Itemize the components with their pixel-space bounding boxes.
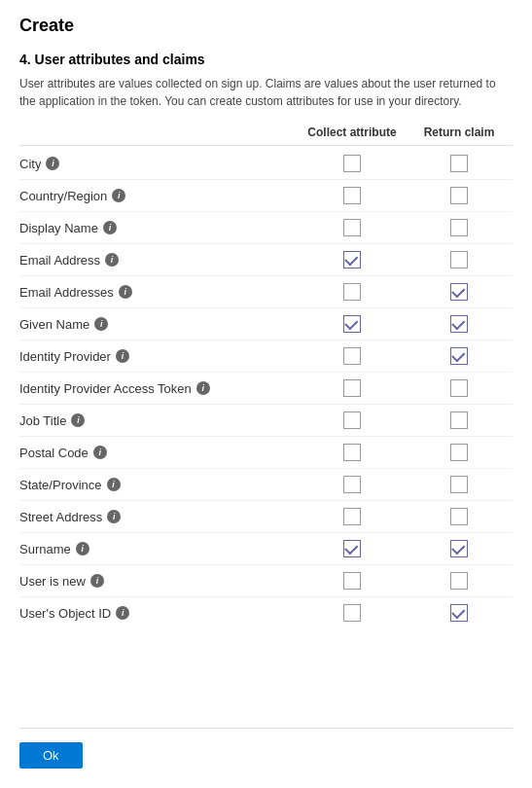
table-row: User's Object IDi (19, 597, 513, 628)
collect-checkbox-cell-state_province (299, 476, 406, 493)
attributes-table: CityiCountry/RegioniDisplay NameiEmail A… (19, 148, 513, 720)
attribute-name-city: Cityi (19, 157, 299, 171)
info-icon-given_name[interactable]: i (94, 317, 108, 331)
return-checkbox-cell-given_name (406, 315, 513, 333)
return-checkbox-cell-email_addresses (406, 283, 513, 301)
info-icon-country_region[interactable]: i (112, 189, 125, 202)
attribute-name-identity_provider_access_token: Identity Provider Access Tokeni (19, 381, 299, 396)
attribute-name-street_address: Street Addressi (19, 510, 299, 524)
collect-checkbox-cell-city (299, 155, 406, 172)
collect-checkbox-email_address[interactable] (343, 251, 361, 269)
collect-checkbox-display_name[interactable] (343, 219, 361, 236)
collect-checkbox-identity_provider[interactable] (343, 347, 361, 365)
info-icon-postal_code[interactable]: i (93, 446, 107, 459)
return-checkbox-cell-users_object_id (406, 604, 513, 622)
attribute-name-email_address: Email Addressi (19, 253, 299, 268)
info-icon-users_object_id[interactable]: i (116, 606, 129, 620)
collect-checkbox-cell-user_is_new (299, 572, 406, 590)
attribute-name-user_is_new: User is newi (19, 574, 299, 589)
collect-checkbox-street_address[interactable] (343, 508, 361, 525)
collect-checkbox-cell-job_title (299, 412, 406, 429)
collect-checkbox-users_object_id[interactable] (343, 604, 361, 622)
table-row: Email Addressesi (19, 276, 513, 308)
info-icon-identity_provider_access_token[interactable]: i (196, 381, 210, 395)
info-icon-email_addresses[interactable]: i (119, 285, 132, 299)
return-checkbox-given_name[interactable] (450, 315, 468, 333)
return-checkbox-cell-postal_code (406, 444, 513, 461)
page-container: Create 4. User attributes and claims Use… (0, 0, 532, 788)
return-checkbox-country_region[interactable] (450, 187, 468, 204)
table-row: Identity Provider Access Tokeni (19, 373, 513, 405)
return-checkbox-cell-state_province (406, 476, 513, 493)
return-checkbox-identity_provider_access_token[interactable] (450, 379, 468, 397)
section-description: User attributes are values collected on … (19, 75, 513, 110)
section-title: 4. User attributes and claims (19, 52, 513, 67)
collect-checkbox-cell-identity_provider (299, 347, 406, 365)
collect-checkbox-city[interactable] (343, 155, 361, 172)
attribute-name-surname: Surnamei (19, 542, 299, 556)
info-icon-display_name[interactable]: i (103, 221, 117, 234)
collect-checkbox-user_is_new[interactable] (343, 572, 361, 590)
return-checkbox-users_object_id[interactable] (450, 604, 468, 622)
collect-checkbox-cell-email_addresses (299, 283, 406, 301)
collect-checkbox-cell-given_name (299, 315, 406, 333)
info-icon-street_address[interactable]: i (107, 510, 121, 523)
info-icon-identity_provider[interactable]: i (116, 349, 129, 363)
table-row: Identity Provideri (19, 340, 513, 373)
collect-checkbox-cell-street_address (299, 508, 406, 525)
collect-checkbox-cell-country_region (299, 187, 406, 204)
collect-checkbox-postal_code[interactable] (343, 444, 361, 461)
table-row: Email Addressi (19, 244, 513, 276)
table-row: State/Provincei (19, 469, 513, 501)
info-icon-state_province[interactable]: i (107, 478, 121, 491)
attribute-name-job_title: Job Titlei (19, 413, 299, 428)
return-checkbox-cell-identity_provider_access_token (406, 379, 513, 397)
return-checkbox-city[interactable] (450, 155, 468, 172)
return-checkbox-state_province[interactable] (450, 476, 468, 493)
collect-checkbox-identity_provider_access_token[interactable] (343, 379, 361, 397)
return-checkbox-email_addresses[interactable] (450, 283, 468, 301)
return-checkbox-cell-job_title (406, 412, 513, 429)
table-row: Job Titlei (19, 405, 513, 437)
attribute-name-postal_code: Postal Codei (19, 446, 299, 460)
table-row: Surnamei (19, 533, 513, 565)
table-row: Cityi (19, 148, 513, 180)
collect-checkbox-email_addresses[interactable] (343, 283, 361, 301)
collect-checkbox-given_name[interactable] (343, 315, 361, 333)
return-checkbox-cell-display_name (406, 219, 513, 236)
return-checkbox-cell-city (406, 155, 513, 172)
collect-checkbox-country_region[interactable] (343, 187, 361, 204)
table-row: Given Namei (19, 308, 513, 340)
collect-checkbox-cell-email_address (299, 251, 406, 269)
return-checkbox-user_is_new[interactable] (450, 572, 468, 590)
return-checkbox-street_address[interactable] (450, 508, 468, 525)
collect-checkbox-state_province[interactable] (343, 476, 361, 493)
attribute-name-country_region: Country/Regioni (19, 189, 299, 203)
collect-checkbox-cell-users_object_id (299, 604, 406, 622)
attribute-name-users_object_id: User's Object IDi (19, 606, 299, 621)
info-icon-email_address[interactable]: i (105, 253, 119, 267)
return-column-header: Return claim (406, 125, 513, 139)
return-checkbox-identity_provider[interactable] (450, 347, 468, 365)
return-checkbox-cell-identity_provider (406, 347, 513, 365)
collect-checkbox-cell-postal_code (299, 444, 406, 461)
info-icon-city[interactable]: i (46, 157, 59, 170)
info-icon-job_title[interactable]: i (71, 413, 85, 427)
return-checkbox-job_title[interactable] (450, 412, 468, 429)
footer: Ok (19, 728, 513, 769)
collect-checkbox-job_title[interactable] (343, 412, 361, 429)
info-icon-surname[interactable]: i (76, 542, 89, 555)
return-checkbox-surname[interactable] (450, 540, 468, 557)
return-checkbox-cell-country_region (406, 187, 513, 204)
collect-checkbox-cell-surname (299, 540, 406, 557)
info-icon-user_is_new[interactable]: i (90, 574, 104, 588)
return-checkbox-display_name[interactable] (450, 219, 468, 236)
ok-button[interactable]: Ok (19, 742, 83, 769)
attribute-name-given_name: Given Namei (19, 317, 299, 332)
attribute-name-display_name: Display Namei (19, 221, 299, 235)
collect-checkbox-surname[interactable] (343, 540, 361, 557)
return-checkbox-postal_code[interactable] (450, 444, 468, 461)
collect-checkbox-cell-identity_provider_access_token (299, 379, 406, 397)
attribute-name-email_addresses: Email Addressesi (19, 285, 299, 300)
return-checkbox-email_address[interactable] (450, 251, 468, 269)
